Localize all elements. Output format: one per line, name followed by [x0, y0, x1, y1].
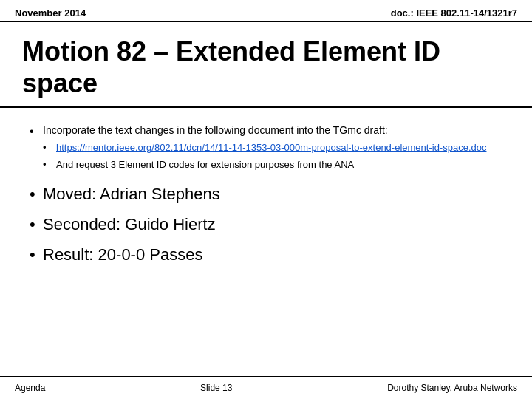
list-item: • Result: 20-0-0 Passes	[30, 242, 502, 267]
sub-list-item: • https://mentor.ieee.org/802.11/dcn/14/…	[43, 141, 502, 154]
sub-bullet1-link[interactable]: https://mentor.ieee.org/802.11/dcn/14/11…	[56, 141, 502, 154]
footer-right: Dorothy Stanley, Aruba Networks	[387, 383, 517, 393]
footer-center: Slide 13	[200, 383, 232, 393]
page-title: Motion 82 – Extended Element ID space	[22, 35, 510, 99]
header-date: November 2014	[15, 7, 86, 18]
sub-bullet2-text: And request 3 Element ID codes for exten…	[56, 158, 502, 171]
content-area: • Incorporate the text changes in the fo…	[0, 108, 532, 279]
bullet-icon: •	[30, 182, 43, 206]
list-item: • Seconded: Guido Hiertz	[30, 212, 502, 236]
header-doc: doc.: IEEE 802.11-14/1321r7	[391, 7, 517, 18]
bullet2-text: Moved: Adrian Stephens	[43, 182, 502, 206]
bullet-content: Incorporate the text changes in the foll…	[43, 123, 502, 171]
page-footer: Agenda Slide 13 Dorothy Stanley, Aruba N…	[0, 376, 532, 399]
title-area: Motion 82 – Extended Element ID space	[0, 22, 532, 108]
bullet-icon: •	[30, 123, 43, 140]
bullet3-text: Seconded: Guido Hiertz	[43, 212, 502, 236]
page-header: November 2014 doc.: IEEE 802.11-14/1321r…	[0, 0, 532, 22]
list-item: • Moved: Adrian Stephens	[30, 182, 502, 206]
sub-bullet-icon: •	[43, 141, 56, 154]
sub-bullet-icon: •	[43, 158, 56, 171]
bullet1-text: Incorporate the text changes in the foll…	[43, 124, 388, 136]
bullet-icon: •	[30, 242, 43, 267]
bullet-icon: •	[30, 212, 43, 236]
footer-left: Agenda	[15, 383, 45, 393]
bullet4-text: Result: 20-0-0 Passes	[43, 242, 502, 267]
list-item: • Incorporate the text changes in the fo…	[30, 123, 502, 171]
sub-list-item: • And request 3 Element ID codes for ext…	[43, 158, 502, 171]
